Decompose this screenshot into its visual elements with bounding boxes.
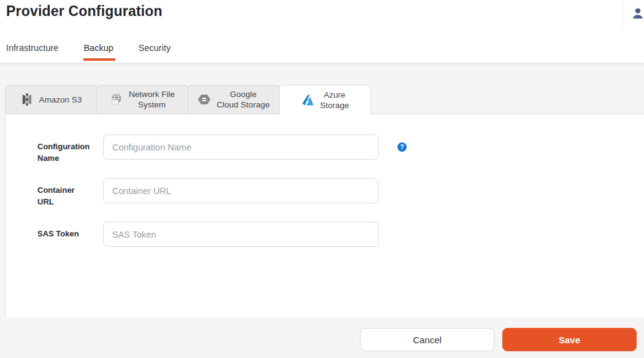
provider-tabstrip: Amazon S3 Network File System	[5, 85, 644, 114]
form-row-container-url: Container URL	[37, 178, 644, 208]
provider-tab-network-file-system[interactable]: Network File System	[96, 85, 188, 114]
configuration-name-label: Configuration Name	[37, 134, 90, 164]
form-row-configuration-name: Configuration Name ?	[37, 134, 644, 164]
action-footer: Cancel Save	[0, 317, 644, 358]
user-icon[interactable]	[631, 7, 644, 20]
configuration-name-input[interactable]	[103, 134, 379, 160]
provider-tab-google-cloud-storage[interactable]: Google Cloud Storage	[188, 85, 280, 114]
save-button[interactable]: Save	[502, 328, 637, 351]
provider-tab-amazon-s3[interactable]: Amazon S3	[5, 85, 97, 114]
nav-tab-infrastructure[interactable]: Infrastructure	[6, 43, 58, 63]
nav-tab-security[interactable]: Security	[139, 43, 171, 63]
provider-tab-label: Network File System	[129, 89, 175, 110]
provider-tab-label: Azure Storage	[320, 90, 349, 111]
azure-storage-panel: Configuration Name ? Container URL SAS T…	[5, 114, 644, 317]
cancel-button[interactable]: Cancel	[360, 328, 494, 351]
main-nav: Infrastructure Backup Security	[6, 43, 196, 63]
page-title: Provider Configuration	[6, 3, 163, 20]
form-row-sas-token: SAS Token	[37, 222, 644, 247]
nav-tab-backup[interactable]: Backup	[83, 43, 113, 63]
container-url-label: Container URL	[37, 178, 90, 208]
tabstrip-filler	[371, 85, 644, 114]
sas-token-input[interactable]	[103, 222, 379, 247]
provider-tab-label: Google Cloud Storage	[217, 89, 269, 110]
amazon-s3-icon	[20, 93, 34, 106]
container-url-input[interactable]	[103, 178, 379, 203]
header-divider	[623, 0, 623, 31]
help-icon[interactable]: ?	[397, 142, 407, 152]
provider-tab-azure-storage[interactable]: Azure Storage	[279, 85, 371, 115]
app-header: Provider Configuration Infrastructure Ba…	[0, 0, 644, 63]
provider-tab-label: Amazon S3	[39, 95, 82, 105]
google-cloud-storage-icon	[197, 93, 211, 106]
sas-token-label: SAS Token	[37, 222, 90, 239]
azure-storage-icon	[301, 93, 315, 107]
network-file-system-icon	[110, 93, 123, 106]
